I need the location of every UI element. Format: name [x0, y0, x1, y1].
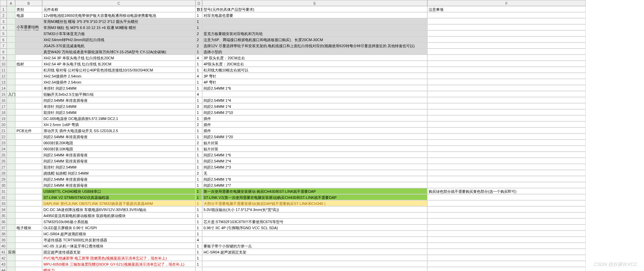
cell-A24[interactable] — [7, 146, 15, 152]
cell-C17[interactable]: 单排针 间距2.54MM — [42, 103, 195, 109]
cell-C27[interactable]: 双排针 间距2.54MM — [42, 164, 195, 170]
row-header[interactable]: 4 — [0, 24, 7, 30]
cell-B42[interactable] — [15, 255, 42, 261]
cell-C26[interactable]: 间距2.54MM 双排直插母座 — [42, 158, 195, 164]
cell-F36[interactable] — [427, 218, 586, 224]
cell-A11[interactable] — [7, 67, 15, 73]
cell-A2[interactable] — [7, 12, 15, 18]
cell-D6[interactable]: 2 — [195, 36, 202, 42]
cell-E36[interactable]: 芯片是:STM32F103C8T6!!!不要使用C6T6等型号 — [202, 218, 427, 224]
row-header[interactable]: 21 — [0, 127, 7, 133]
cell-C21[interactable]: 滑动开关 插件大电流拨动开关 SS-12D10L2.5 — [42, 127, 195, 133]
cell-F18[interactable] — [427, 109, 586, 115]
cell-C10[interactable]: XH2.54 4P 单头电子线 红白排线 长20CM — [42, 61, 195, 67]
cell-F26[interactable] — [427, 158, 586, 164]
cell-E21[interactable]: 插件 — [202, 127, 427, 133]
cell-A40[interactable] — [7, 243, 15, 249]
cell-D40[interactable]: 1 — [195, 243, 202, 249]
cell-B21[interactable]: PCB元件 — [15, 127, 42, 133]
cell-E30[interactable]: 间距2.54MM 1*7 — [202, 182, 427, 188]
row-header[interactable]: 27 — [0, 164, 7, 170]
cell-D30[interactable]: 1 — [195, 182, 202, 188]
cell-B43[interactable] — [15, 261, 42, 267]
cell-F40[interactable] — [427, 243, 586, 249]
row-header[interactable]: 20 — [0, 121, 7, 127]
cell-F16[interactable] — [427, 97, 586, 103]
row-header[interactable]: 6 — [0, 36, 7, 42]
cell-C8[interactable]: 真空W420 万向轮或者是牛眼轮滚珠万向球CY-15-25A型号 CY-12A(… — [42, 49, 195, 55]
cell-F8[interactable] — [427, 49, 586, 55]
cell-D36[interactable]: 1 — [195, 218, 202, 224]
row-header[interactable]: 8 — [0, 49, 7, 55]
cell-A39[interactable] — [7, 237, 15, 243]
cell-D35[interactable]: 1 — [195, 212, 202, 218]
cell-F2[interactable] — [427, 12, 586, 18]
cell-B19[interactable] — [15, 115, 42, 121]
row-header[interactable]: 14 — [0, 85, 7, 91]
cell-C30[interactable]: 间距2.54MM 单排直插母座 — [42, 182, 195, 188]
row-header[interactable]: 41 — [0, 249, 7, 255]
cell-E2[interactable]: 对应充电器也需要 — [202, 12, 427, 18]
cell-D43[interactable]: 1 — [195, 261, 202, 267]
cell-D8[interactable]: 1 — [195, 49, 202, 55]
cell-A13[interactable] — [7, 79, 15, 85]
cell-E16[interactable]: 间距2.54MM 1*4 — [202, 97, 427, 103]
cell-E38[interactable] — [202, 231, 427, 237]
cell-F5[interactable] — [427, 30, 586, 36]
cell-E13[interactable]: 4P 弯针 — [202, 79, 427, 85]
cell-F9[interactable] — [427, 55, 586, 61]
cell-A26[interactable] — [7, 158, 15, 164]
spreadsheet-grid[interactable]: ABCDEF1类别元件名称数量型号(元件的具体产品型号要求)注意事项2电源12v… — [0, 0, 644, 271]
cell-C16[interactable]: 间距2.54MM 单排直插母座 — [42, 97, 195, 103]
cell-B26[interactable] — [15, 158, 42, 164]
cell-D13[interactable]: 1 — [195, 79, 202, 85]
cell-B23[interactable] — [15, 140, 42, 146]
row-header[interactable]: 16 — [0, 97, 7, 103]
row-header[interactable]: 26 — [0, 158, 7, 164]
cell-D19[interactable]: 1 — [195, 115, 202, 121]
row-header[interactable]: 18 — [0, 109, 7, 115]
row-header[interactable]: 24 — [0, 146, 7, 152]
cell-A31[interactable] — [7, 188, 15, 194]
cell-B38[interactable] — [15, 231, 42, 237]
cell-D41[interactable]: 1 — [195, 249, 202, 255]
cell-C3[interactable]: 常用M3螺丝包 螺母 3*5 3*8 3*10 3*12 3*12 圆头平头螺丝 — [42, 18, 195, 24]
cell-F35[interactable] — [427, 212, 586, 218]
cell-E19[interactable]: 插件 — [202, 115, 427, 121]
cell-D15[interactable]: 4 — [195, 91, 202, 97]
cell-A42[interactable] — [7, 255, 15, 261]
cell-F21[interactable] — [427, 127, 586, 133]
cell-F3[interactable] — [427, 18, 586, 24]
row-header[interactable]: 43 — [0, 261, 7, 267]
cell-D3[interactable]: 1 — [195, 18, 202, 24]
cell-C4[interactable]: 常用M3 铜柱 包 M3*5 6 8 10 12 15 +6 双通 M3螺母 螺… — [42, 24, 195, 30]
cell-F11[interactable] — [427, 67, 586, 73]
cell-E8[interactable]: 选择小型的 — [202, 49, 427, 55]
cell-E10[interactable]: 4P双头长度：20CM左右 — [202, 61, 427, 67]
cell-A9[interactable] — [7, 55, 15, 61]
col-header-B[interactable]: B — [15, 0, 42, 6]
cell-D21[interactable]: 1 — [195, 127, 202, 133]
row-header[interactable]: 34 — [0, 206, 7, 212]
row-header[interactable]: 42 — [0, 255, 7, 261]
cell-A22[interactable] — [7, 133, 15, 140]
cell-B33[interactable] — [15, 200, 42, 206]
cell-E25[interactable]: 间距2.54MM 1*6 — [202, 152, 427, 158]
cell-F32[interactable] — [427, 194, 586, 200]
cell-B30[interactable] — [15, 182, 42, 188]
cell-F42[interactable] — [427, 255, 586, 261]
cell-C13[interactable]: XH2.54接插件 2.54mm — [42, 79, 195, 85]
cell-F6[interactable] — [427, 36, 586, 42]
row-header[interactable]: 2 — [0, 12, 7, 18]
cell-B11[interactable] — [15, 67, 42, 73]
row-header[interactable]: 1 — [0, 6, 7, 12]
cell-D34[interactable]: 1 — [195, 206, 202, 212]
cell-C7[interactable]: JGA25-370直流减速电机 — [42, 42, 195, 49]
cell-D37[interactable]: 1 — [195, 224, 202, 231]
cell-C6[interactable]: XH2.54mm转PH2.0mm间距红白排线 — [42, 36, 195, 42]
cell-B18[interactable] — [15, 109, 42, 115]
cell-C9[interactable]: XH2.54 3P 单双头电子线 红白排线长20CM — [42, 55, 195, 61]
cell-D2[interactable]: 1 — [195, 12, 202, 18]
cell-E40[interactable]: 要板子带个小按键的方便一点 — [202, 243, 427, 249]
row-header[interactable]: 19 — [0, 115, 7, 121]
